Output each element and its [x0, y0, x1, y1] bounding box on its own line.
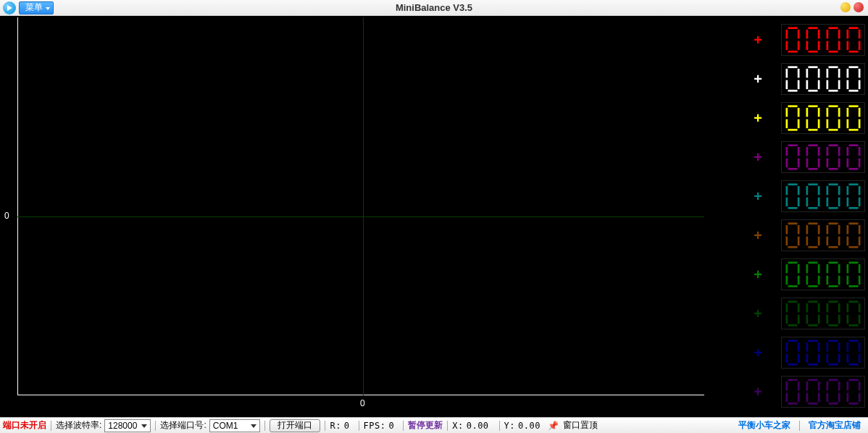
channel-display — [781, 337, 865, 369]
channel-row: + — [727, 177, 868, 216]
pin-button[interactable]: 窗口置顶 — [563, 419, 598, 432]
channel-row: + — [727, 98, 868, 138]
seven-seg-digit — [824, 65, 843, 93]
seven-seg-digit — [804, 300, 822, 327]
seven-seg-digit — [824, 300, 843, 327]
titlebar: 菜单 MiniBalance V3.5 — [0, 0, 868, 16]
pin-icon: 📌 — [548, 421, 559, 431]
baud-select[interactable]: 128000 — [104, 419, 151, 432]
seven-seg-digit — [824, 261, 843, 288]
port-select[interactable]: COM1 — [209, 419, 261, 432]
channel-row: + — [727, 372, 868, 411]
menu-label: 菜单 — [25, 1, 43, 14]
channel-sign: + — [754, 72, 762, 86]
channel-sign: + — [754, 189, 762, 203]
channel-sign: + — [754, 267, 762, 282]
seven-seg-digit — [783, 300, 802, 327]
cursor-y-value: 0.00 — [518, 421, 541, 431]
seven-seg-digit — [804, 143, 822, 171]
channel-sign: + — [754, 33, 762, 47]
channel-readouts: + — [727, 16, 868, 417]
channel-row: + — [727, 333, 868, 372]
plot-canvas[interactable]: 0 0 — [0, 16, 727, 417]
channel-row: + — [727, 20, 868, 59]
seven-seg-digit — [783, 222, 802, 249]
pause-button[interactable]: 暂停更新 — [408, 419, 443, 432]
seven-seg-digit — [844, 65, 863, 93]
channel-display — [781, 180, 865, 212]
statusbar: 端口未开启 选择波特率: 128000 选择端口号: COM1 打开端口 R: … — [0, 417, 868, 433]
seven-seg-digit — [824, 182, 843, 210]
baud-label: 选择波特率: — [56, 419, 101, 432]
channel-sign: + — [754, 228, 762, 243]
channel-row: + — [727, 255, 868, 294]
seven-seg-digit — [783, 143, 802, 171]
channel-sign: + — [754, 384, 762, 399]
open-port-button[interactable]: 打开端口 — [270, 419, 320, 432]
seven-seg-digit — [824, 378, 843, 405]
seven-seg-digit — [844, 26, 863, 54]
seven-seg-digit — [824, 26, 843, 54]
r-value: 0 — [344, 421, 350, 431]
baud-value: 128000 — [108, 421, 137, 431]
x-zero-label: 0 — [360, 398, 365, 408]
seven-seg-digit — [783, 261, 802, 288]
seven-seg-digit — [844, 339, 863, 366]
seven-seg-digit — [844, 378, 863, 405]
fps-value: 0 — [389, 421, 395, 431]
seven-seg-digit — [804, 104, 822, 132]
channel-row: + — [727, 216, 868, 255]
channel-display — [781, 102, 865, 134]
port-value: COM1 — [213, 421, 238, 431]
seven-seg-digit — [844, 182, 863, 210]
seven-seg-digit — [824, 104, 843, 132]
channel-sign: + — [754, 150, 762, 164]
seven-seg-digit — [844, 300, 863, 327]
y-zero-label: 0 — [4, 211, 9, 221]
main-area: 0 0 + — [0, 16, 868, 417]
seven-seg-digit — [844, 104, 863, 132]
channel-sign: + — [754, 111, 762, 125]
channel-display — [781, 63, 865, 95]
channel-display — [781, 258, 865, 290]
seven-seg-digit — [824, 143, 843, 171]
seven-seg-digit — [804, 26, 822, 54]
r-label: R: — [330, 421, 341, 431]
seven-seg-digit — [844, 261, 863, 288]
cursor-x-label: X: — [452, 421, 463, 431]
channel-display — [781, 376, 865, 408]
link-home[interactable]: 平衡小车之家 — [734, 419, 795, 432]
seven-seg-digit — [783, 339, 802, 366]
seven-seg-digit — [804, 339, 822, 366]
link-shop[interactable]: 官方淘宝店铺 — [804, 419, 865, 432]
menu-button[interactable]: 菜单 — [19, 1, 54, 14]
x-axis-line — [17, 395, 704, 395]
seven-seg-digit — [844, 143, 863, 171]
seven-seg-digit — [824, 222, 843, 249]
channel-row: + — [727, 138, 868, 177]
v-gridline — [363, 17, 364, 395]
channel-row: + — [727, 294, 868, 333]
cursor-y-label: Y: — [504, 421, 515, 431]
h-gridline — [17, 216, 704, 217]
seven-seg-digit — [783, 378, 802, 405]
svg-marker-0 — [7, 5, 12, 11]
channel-display — [781, 24, 865, 56]
close-icon[interactable] — [854, 2, 864, 12]
seven-seg-digit — [783, 26, 802, 54]
seven-seg-digit — [783, 65, 802, 93]
port-state: 端口未开启 — [3, 419, 46, 432]
seven-seg-digit — [844, 222, 863, 249]
seven-seg-digit — [804, 261, 822, 288]
seven-seg-digit — [804, 378, 822, 405]
channel-display — [781, 298, 865, 329]
cursor-x-value: 0.00 — [467, 421, 489, 431]
channel-sign: + — [754, 345, 762, 360]
app-icon — [3, 1, 16, 14]
seven-seg-digit — [804, 182, 822, 210]
seven-seg-digit — [783, 182, 802, 210]
y-axis-line — [17, 17, 18, 395]
channel-display — [781, 219, 865, 251]
minimize-icon[interactable] — [840, 2, 851, 12]
seven-seg-digit — [804, 222, 822, 249]
